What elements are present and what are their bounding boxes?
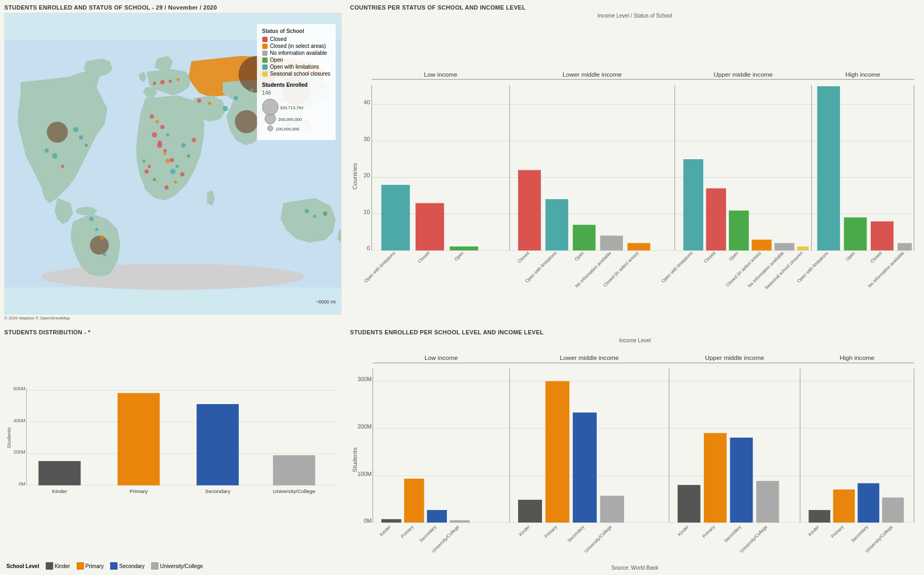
svg-point-15 xyxy=(208,102,211,105)
svg-text:University/College: University/College xyxy=(273,488,315,494)
svg-text:Primary: Primary xyxy=(701,524,716,539)
countries-chart-title: COUNTRIES PER STATUS OF SCHOOL AND INCOM… xyxy=(350,4,920,11)
svg-text:400M: 400M xyxy=(13,418,25,423)
svg-text:Open with limitations: Open with limitations xyxy=(524,250,557,284)
legend-university: University/College xyxy=(151,562,203,570)
svg-rect-177 xyxy=(427,510,447,523)
svg-text:Secondary: Secondary xyxy=(850,524,869,543)
svg-point-1 xyxy=(41,264,304,290)
svg-text:Seasonal school closures: Seasonal school closures xyxy=(763,250,804,291)
legend-no-info-label: No information available xyxy=(270,50,327,56)
svg-rect-191 xyxy=(678,485,701,523)
svg-point-9 xyxy=(47,122,68,143)
svg-rect-176 xyxy=(404,479,424,522)
svg-text:Kinder: Kinder xyxy=(379,524,392,537)
svg-rect-106 xyxy=(545,199,568,250)
svg-rect-184 xyxy=(545,381,569,523)
map-section: STUDENTS ENROLLED AND STATUS OF SCHOOL -… xyxy=(0,0,346,325)
svg-text:Closed: Closed xyxy=(517,250,530,264)
svg-point-37 xyxy=(79,135,83,139)
enrolled-legend: Students Enrolled 146 100,000,000 200,00… xyxy=(262,82,330,136)
enrolled-title: STUDENTS ENROLLED PER SCHOOL LEVEL AND I… xyxy=(350,329,920,335)
svg-text:200,000,000: 200,000,000 xyxy=(278,117,302,122)
svg-text:Lower middle income: Lower middle income xyxy=(560,354,619,361)
svg-point-53 xyxy=(176,165,179,168)
university-color-icon xyxy=(151,562,159,570)
svg-point-57 xyxy=(153,178,156,181)
legend-seasonal-label: Seasonal school closures xyxy=(270,71,330,77)
open-icon xyxy=(262,58,268,63)
svg-point-51 xyxy=(163,152,167,155)
svg-point-6 xyxy=(235,110,258,133)
legend-primary-label: Primary xyxy=(86,563,104,569)
svg-point-13 xyxy=(177,78,180,81)
dist-chart-wrapper: Students 0M 200M 400M 600M Kinder xyxy=(4,338,342,561)
legend-item-open: Open xyxy=(262,57,330,63)
svg-rect-192 xyxy=(704,433,727,522)
svg-text:Countries: Countries xyxy=(351,163,358,190)
svg-text:High income: High income xyxy=(839,354,875,361)
legend-closed-select-label: Closed (in select areas) xyxy=(270,43,326,49)
dist-section: STUDENTS DISTRIBUTION - * Students 0M 20… xyxy=(0,325,346,575)
svg-text:10: 10 xyxy=(364,209,370,215)
svg-text:320,713,792: 320,713,792 xyxy=(280,105,304,110)
svg-text:Closed: Closed xyxy=(417,250,430,264)
svg-rect-99 xyxy=(381,185,410,250)
map-attribution: © 2020 Mapbox © OpenStreetMap xyxy=(4,316,342,321)
svg-text:Secondary: Secondary xyxy=(723,524,742,543)
svg-text:Primary: Primary xyxy=(399,524,414,539)
svg-point-26 xyxy=(234,96,238,100)
map-container: Status of School Closed Closed (in selec… xyxy=(4,13,342,315)
svg-rect-194 xyxy=(756,481,779,522)
legend-kinder-label: Kinder xyxy=(55,563,70,569)
svg-rect-101 xyxy=(449,247,478,250)
svg-text:Secondary: Secondary xyxy=(418,524,437,543)
enrolled-income-label: Income Level xyxy=(350,338,920,343)
svg-rect-200 xyxy=(833,489,855,522)
svg-text:Upper middle income: Upper middle income xyxy=(713,71,773,78)
svg-point-47 xyxy=(155,120,159,124)
svg-text:Low income: Low income xyxy=(424,354,458,361)
svg-rect-202 xyxy=(882,497,904,522)
svg-text:20: 20 xyxy=(364,172,370,178)
legend-open-label: Open xyxy=(270,57,283,63)
svg-point-36 xyxy=(73,127,78,132)
svg-point-73 xyxy=(262,99,278,115)
svg-point-54 xyxy=(180,172,185,176)
svg-point-69 xyxy=(268,126,273,131)
svg-text:Upper middle income: Upper middle income xyxy=(705,354,764,361)
map-scale: ~5000 mi xyxy=(316,299,336,305)
svg-rect-175 xyxy=(381,519,401,522)
svg-text:Primary: Primary xyxy=(543,524,558,539)
svg-point-41 xyxy=(61,165,64,168)
svg-text:University/College: University/College xyxy=(583,524,613,554)
svg-rect-108 xyxy=(600,236,623,251)
svg-rect-193 xyxy=(730,438,753,523)
svg-point-52 xyxy=(170,158,174,162)
svg-point-10 xyxy=(160,80,164,84)
closed-select-icon xyxy=(262,44,268,49)
svg-rect-105 xyxy=(518,170,541,250)
svg-point-38 xyxy=(85,144,88,147)
svg-rect-201 xyxy=(858,483,879,523)
svg-rect-149 xyxy=(197,404,239,486)
svg-text:Kinder: Kinder xyxy=(52,488,68,494)
svg-text:100M: 100M xyxy=(357,471,372,477)
svg-rect-129 xyxy=(871,221,894,251)
svg-point-56 xyxy=(164,185,169,190)
legend-primary: Primary xyxy=(77,562,104,570)
svg-point-42 xyxy=(89,217,94,221)
legend-status-title: Status of School xyxy=(262,28,330,34)
svg-point-67 xyxy=(313,215,317,218)
page: STUDENTS ENROLLED AND STATUS OF SCHOOL -… xyxy=(0,0,924,575)
svg-rect-130 xyxy=(897,243,912,251)
svg-point-55 xyxy=(174,180,177,184)
svg-text:200M: 200M xyxy=(13,449,25,455)
svg-point-2 xyxy=(76,207,97,215)
countries-chart-section: COUNTRIES PER STATUS OF SCHOOL AND INCOM… xyxy=(346,0,924,325)
svg-point-16 xyxy=(152,132,157,137)
svg-rect-178 xyxy=(449,520,469,522)
svg-text:Closed: Closed xyxy=(869,250,883,264)
svg-point-27 xyxy=(250,88,253,92)
svg-text:Secondary: Secondary xyxy=(205,488,230,494)
